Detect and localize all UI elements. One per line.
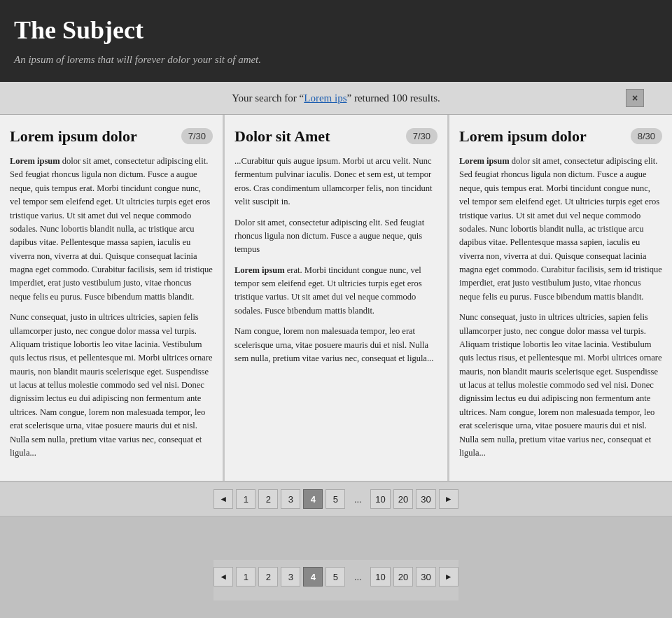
page-btn-20[interactable]: 20 (393, 489, 413, 509)
page-btn-bottom-10[interactable]: 10 (370, 567, 390, 587)
card-para-1-2: Lorem ipsum erat. Morbi tincidunt congue… (234, 264, 438, 318)
card-para-0-0: Lorem ipsum dolor sit amet, consectetur … (10, 155, 213, 304)
page-btn-bottom-4[interactable]: 4 (303, 567, 323, 587)
card-badge-0: 7/30 (181, 128, 213, 145)
pagination-controls: ◄12345...102030► (214, 489, 458, 509)
card-para-2-0: Lorem ipsum dolor sit amet, consectetur … (459, 155, 662, 304)
page-prev-btn-bottom[interactable]: ◄ (214, 567, 233, 587)
page-btn-5[interactable]: 5 (326, 489, 345, 509)
page-btn-bottom-20[interactable]: 20 (393, 567, 413, 587)
card-para-1-0: ...Curabitur quis augue ipsum. Morbi ut … (234, 155, 438, 209)
card-para-0-1: Nunc consequat, justo in ultrices ultric… (10, 311, 213, 460)
pagination-bottom-controls: ◄12345...102030► (214, 567, 458, 587)
page-btn-bottom-2[interactable]: 2 (258, 567, 278, 587)
result-card-2: Lorem ipsum dolor8/30Lorem ipsum dolor s… (449, 115, 672, 481)
card-body-1: ...Curabitur quis augue ipsum. Morbi ut … (234, 155, 438, 365)
page-btn-bottom-1[interactable]: 1 (236, 567, 255, 587)
page-ellipsis-bottom: ... (348, 567, 368, 587)
page-ellipsis: ... (348, 489, 368, 509)
search-prefix: Your search for “ (232, 92, 304, 104)
results-area: Lorem ipsum dolor7/30Lorem ipsum dolor s… (0, 115, 672, 481)
result-card-0: Lorem ipsum dolor7/30Lorem ipsum dolor s… (0, 115, 225, 481)
search-result-text: Your search for “Lorem ips” returned 100… (232, 90, 440, 106)
card-para-1-1: Dolor sit amet, consectetur adipiscing e… (234, 216, 438, 257)
page-btn-10[interactable]: 10 (370, 489, 390, 509)
card-title-0: Lorem ipsum dolor (10, 125, 137, 148)
bottom-section: ◄12345...102030► (0, 517, 672, 618)
search-term: Lorem ips (304, 92, 346, 104)
page-next-btn-bottom[interactable]: ► (439, 567, 458, 587)
page-btn-3[interactable]: 3 (281, 489, 300, 509)
page-btn-bottom-5[interactable]: 5 (326, 567, 345, 587)
card-title-1: Dolor sit Amet (234, 125, 330, 148)
pagination-top: ◄12345...102030► (0, 481, 672, 517)
card-title-2: Lorem ipsum dolor (459, 125, 587, 148)
card-header-2: Lorem ipsum dolor8/30 (459, 125, 662, 148)
search-bar: Your search for “Lorem ips” returned 100… (0, 82, 672, 115)
card-para-1-3: Nam congue, lorem non malesuada tempor, … (234, 325, 438, 365)
page-btn-bottom-30[interactable]: 30 (416, 567, 435, 587)
page-btn-2[interactable]: 2 (258, 489, 278, 509)
page-prev-btn[interactable]: ◄ (214, 489, 233, 509)
page-subtitle: An ipsum of lorems that will forever dol… (14, 52, 658, 68)
page-title: The Subject (14, 11, 658, 49)
page-btn-30[interactable]: 30 (416, 489, 435, 509)
search-close-button[interactable]: × (626, 89, 644, 107)
card-bold-1-2: Lorem ipsum (234, 265, 285, 275)
result-card-1: Dolor sit Amet7/30...Curabitur quis augu… (225, 115, 449, 481)
pagination-bottom: ◄12345...102030► (214, 560, 458, 601)
page-btn-4[interactable]: 4 (303, 489, 323, 509)
card-badge-2: 8/30 (631, 128, 662, 145)
card-header-1: Dolor sit Amet7/30 (234, 125, 438, 148)
page-btn-bottom-3[interactable]: 3 (281, 567, 300, 587)
card-badge-1: 7/30 (406, 128, 438, 145)
card-bold-0-0: Lorem ipsum (10, 156, 60, 166)
header: The Subject An ipsum of lorems that will… (0, 0, 672, 82)
card-body-0: Lorem ipsum dolor sit amet, consectetur … (10, 155, 213, 460)
card-bold-2-0: Lorem ipsum (459, 156, 510, 166)
search-suffix: ” returned 100 results. (346, 92, 440, 104)
page-next-btn[interactable]: ► (439, 489, 458, 509)
card-body-2: Lorem ipsum dolor sit amet, consectetur … (459, 155, 662, 460)
card-header-0: Lorem ipsum dolor7/30 (10, 125, 213, 148)
card-para-2-1: Nunc consequat, justo in ultrices ultric… (459, 311, 662, 460)
page-btn-1[interactable]: 1 (236, 489, 255, 509)
